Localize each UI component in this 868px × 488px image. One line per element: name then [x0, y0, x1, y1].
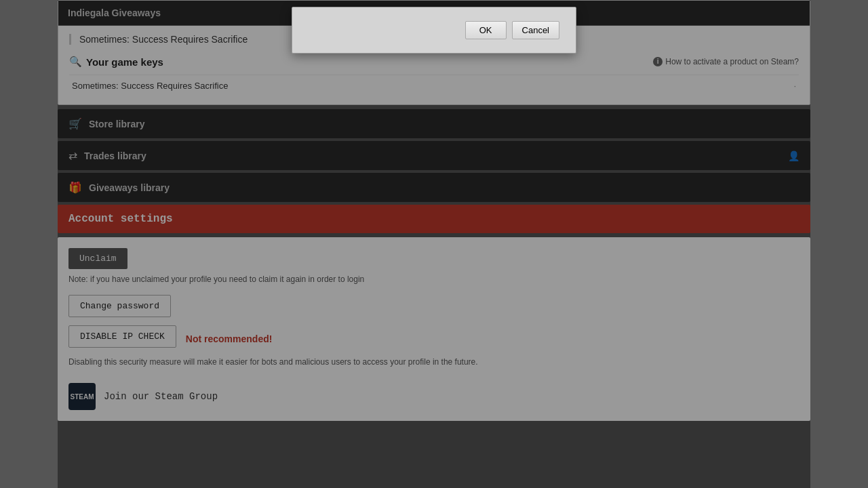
dialog-overlay: OK Cancel	[58, 0, 810, 488]
ok-button[interactable]: OK	[465, 21, 507, 39]
dialog-box: OK Cancel	[292, 7, 576, 54]
cancel-button[interactable]: Cancel	[512, 21, 559, 39]
dialog-buttons: OK Cancel	[465, 21, 559, 39]
